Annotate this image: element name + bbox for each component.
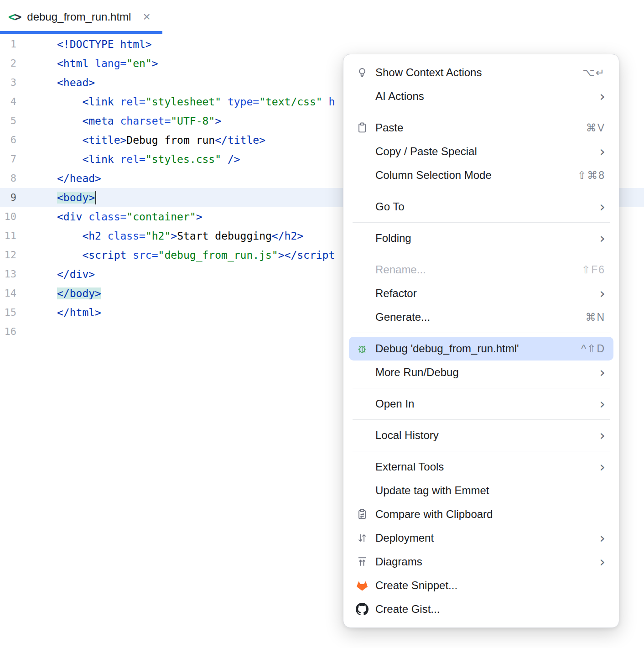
code-token: </h2> bbox=[272, 230, 303, 242]
menu-item-refactor[interactable]: Refactor› bbox=[349, 282, 613, 305]
menu-shortcut: ⌥↵ bbox=[582, 67, 605, 79]
code-token: <head> bbox=[57, 77, 95, 89]
menu-shortcut: ^⇧D bbox=[581, 343, 605, 355]
menu-item-compare-with-clipboard[interactable]: Compare with Clipboard bbox=[349, 502, 613, 526]
chevron-right-icon: › bbox=[599, 89, 605, 104]
line-number[interactable]: 3 bbox=[0, 73, 54, 92]
code-token: "UTF-8" bbox=[171, 115, 215, 127]
menu-item-label: Refactor bbox=[375, 287, 417, 300]
line-number[interactable]: 10 bbox=[0, 207, 54, 226]
line-number[interactable]: 1 bbox=[0, 35, 54, 54]
menu-item-label: Column Selection Mode bbox=[375, 169, 492, 182]
menu-shortcut: ⇧⌘8 bbox=[577, 169, 605, 182]
code-line[interactable]: 1<!DOCTYPE html> bbox=[0, 35, 644, 54]
code-text: <title>Debug from run</title> bbox=[54, 131, 265, 150]
code-token: rel= bbox=[120, 96, 145, 108]
menu-item-label: Copy / Paste Special bbox=[375, 145, 477, 158]
context-menu: Show Context Actions⌥↵AI Actions›Paste⌘V… bbox=[343, 54, 619, 628]
code-token bbox=[322, 96, 329, 108]
menu-item-update-tag-with-emmet[interactable]: Update tag with Emmet bbox=[349, 479, 613, 502]
chevron-right-icon: › bbox=[599, 460, 605, 474]
code-token: rel= bbox=[120, 153, 145, 165]
code-token: <meta bbox=[82, 115, 120, 127]
icon-placeholder bbox=[355, 200, 369, 214]
line-number[interactable]: 7 bbox=[0, 150, 54, 169]
code-token: <!DOCTYPE html> bbox=[57, 38, 152, 50]
icon-placeholder bbox=[355, 310, 369, 324]
menu-item-column-selection-mode[interactable]: Column Selection Mode⇧⌘8 bbox=[349, 163, 613, 187]
menu-item-deployment[interactable]: Deployment› bbox=[349, 526, 613, 550]
code-token: "debug_from_run.js" bbox=[158, 249, 278, 261]
code-token: </head> bbox=[57, 172, 101, 184]
menu-item-open-in[interactable]: Open In› bbox=[349, 392, 613, 416]
code-token bbox=[57, 115, 82, 127]
line-number[interactable]: 14 bbox=[0, 284, 54, 303]
code-token: "en" bbox=[126, 57, 151, 69]
code-text: <head> bbox=[54, 73, 95, 92]
code-text: <link rel="styles.css" /> bbox=[54, 150, 240, 169]
icon-placeholder bbox=[355, 397, 369, 411]
menu-item-more-run-debug[interactable]: More Run/Debug› bbox=[349, 361, 613, 384]
menu-separator bbox=[353, 388, 610, 388]
line-number[interactable]: 16 bbox=[0, 322, 54, 341]
code-token: <link bbox=[82, 96, 120, 108]
line-number[interactable]: 15 bbox=[0, 303, 54, 322]
code-text: <html lang="en"> bbox=[54, 54, 158, 73]
menu-item-show-context-actions[interactable]: Show Context Actions⌥↵ bbox=[349, 61, 613, 84]
menu-item-go-to[interactable]: Go To› bbox=[349, 195, 613, 219]
code-token: > bbox=[196, 211, 203, 223]
line-number[interactable]: 11 bbox=[0, 226, 54, 246]
chevron-right-icon: › bbox=[599, 199, 605, 214]
menu-shortcut: ⌘N bbox=[585, 311, 605, 324]
menu-item-create-snippet[interactable]: Create Snippet... bbox=[349, 574, 613, 597]
code-token: Start debugging bbox=[177, 230, 272, 242]
line-number[interactable]: 8 bbox=[0, 169, 54, 188]
menu-item-rename[interactable]: Rename...⇧F6 bbox=[349, 258, 613, 282]
code-token: </html> bbox=[57, 307, 101, 319]
line-number[interactable]: 6 bbox=[0, 131, 54, 150]
icon-placeholder bbox=[355, 231, 369, 245]
menu-item-generate[interactable]: Generate...⌘N bbox=[349, 305, 613, 329]
menu-item-label: Diagrams bbox=[375, 555, 422, 568]
deployment-icon bbox=[355, 531, 369, 545]
code-token: h bbox=[329, 96, 335, 108]
menu-item-local-history[interactable]: Local History› bbox=[349, 423, 613, 447]
code-text bbox=[54, 322, 57, 341]
menu-item-debug-debug-from-run-html[interactable]: Debug 'debug_from_run.html'^⇧D bbox=[349, 337, 613, 361]
code-token: <div bbox=[57, 211, 88, 223]
close-tab-icon[interactable]: × bbox=[143, 10, 150, 23]
menu-item-external-tools[interactable]: External Tools› bbox=[349, 455, 613, 479]
menu-item-paste[interactable]: Paste⌘V bbox=[349, 116, 613, 140]
compare-clipboard-icon bbox=[355, 507, 369, 521]
chevron-right-icon: › bbox=[599, 286, 605, 301]
code-text: <link rel="stylesheet" type="text/css" h bbox=[54, 92, 335, 111]
code-token bbox=[57, 230, 82, 242]
line-number[interactable]: 12 bbox=[0, 246, 54, 265]
menu-item-label: Debug 'debug_from_run.html' bbox=[375, 342, 519, 355]
menu-item-ai-actions[interactable]: AI Actions› bbox=[349, 84, 613, 108]
menu-item-diagrams[interactable]: Diagrams› bbox=[349, 550, 613, 574]
menu-item-label: Generate... bbox=[375, 311, 430, 324]
line-number[interactable]: 13 bbox=[0, 265, 54, 284]
menu-item-label: More Run/Debug bbox=[375, 366, 459, 379]
menu-separator bbox=[353, 222, 610, 223]
menu-item-copy-paste-special[interactable]: Copy / Paste Special› bbox=[349, 140, 613, 163]
line-number[interactable]: 4 bbox=[0, 92, 54, 111]
menu-item-label: Compare with Clipboard bbox=[375, 508, 493, 521]
code-token: <html bbox=[57, 57, 95, 69]
code-text: </html> bbox=[54, 303, 101, 322]
code-token bbox=[57, 134, 82, 146]
line-number[interactable]: 5 bbox=[0, 111, 54, 131]
line-number[interactable]: 9 bbox=[0, 188, 54, 207]
icon-placeholder bbox=[355, 263, 369, 277]
menu-item-folding[interactable]: Folding› bbox=[349, 226, 613, 250]
menu-item-label: Create Snippet... bbox=[375, 579, 457, 592]
code-token: </title> bbox=[215, 134, 265, 146]
chevron-right-icon: › bbox=[599, 144, 605, 159]
code-token: <title> bbox=[82, 134, 126, 146]
html-file-icon: <> bbox=[8, 11, 21, 23]
menu-item-create-gist[interactable]: Create Gist... bbox=[349, 597, 613, 621]
menu-item-label: Folding bbox=[375, 232, 411, 245]
line-number[interactable]: 2 bbox=[0, 54, 54, 73]
tab-debug-from-run-html[interactable]: <> debug_from_run.html × bbox=[0, 0, 162, 34]
